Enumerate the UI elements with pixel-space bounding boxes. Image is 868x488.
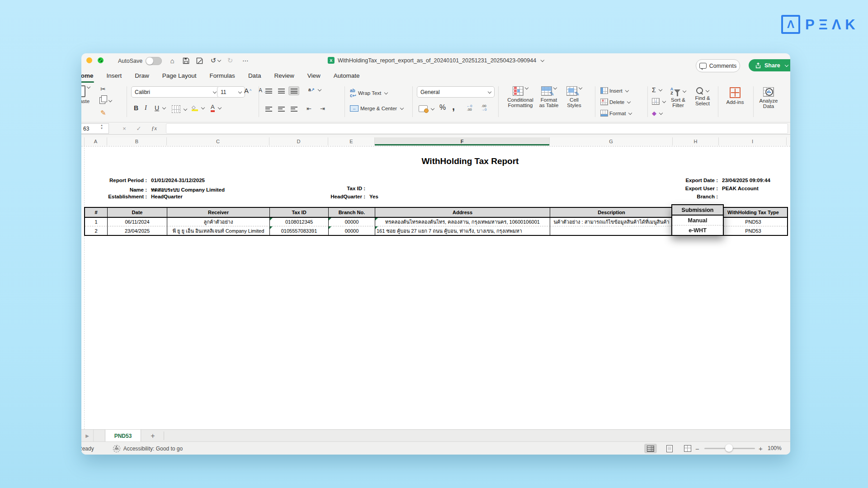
decrease-decimal-button[interactable]: .00→0 xyxy=(481,104,486,112)
insert-cells-button[interactable]: Insert xyxy=(600,87,628,94)
redo-icon[interactable]: ↻ xyxy=(225,56,235,65)
submission-option-manual[interactable]: Manual xyxy=(672,216,723,225)
cell-num[interactable]: 1 xyxy=(85,218,108,226)
fill-color-button[interactable]: ◇ xyxy=(192,104,204,111)
tab-automate[interactable]: Automate xyxy=(333,71,360,83)
cut-button[interactable]: ✂ xyxy=(100,85,106,93)
align-left-button[interactable] xyxy=(263,104,274,113)
cell-address[interactable]: ทรคลองต้นไทรคลองต้นไทร, คลองสาน, กรุงเทพ… xyxy=(375,218,550,226)
cell-date[interactable]: 06/11/2024 xyxy=(108,218,167,226)
increase-indent-button[interactable]: ⇥ xyxy=(320,105,325,112)
zoom-out-button[interactable]: − xyxy=(695,445,699,453)
submission-dropdown[interactable]: Submission Manual e-WHT xyxy=(671,204,724,236)
cell-branch-no[interactable]: 00000 xyxy=(329,218,375,226)
tab-draw[interactable]: Draw xyxy=(134,71,150,83)
analyze-data-button[interactable]: AnalyzeData xyxy=(757,87,780,109)
page-break-view-button[interactable] xyxy=(681,444,694,453)
share-button[interactable]: Share xyxy=(749,59,790,71)
cancel-entry-button[interactable]: × xyxy=(119,124,129,133)
format-painter-button[interactable]: ✎ xyxy=(100,109,106,117)
autosum-button[interactable]: Σ xyxy=(652,86,662,94)
find-select-button[interactable]: Find &Select xyxy=(692,87,713,106)
column-header-g[interactable]: G xyxy=(550,137,673,145)
align-middle-button[interactable] xyxy=(276,86,287,95)
enter-entry-button[interactable]: ✓ xyxy=(134,124,144,133)
cell-date[interactable]: 23/04/2025 xyxy=(108,226,167,235)
cell-receiver[interactable]: ลูกค้าตัวอย่าง xyxy=(167,218,270,226)
undo-chevron-icon[interactable] xyxy=(217,58,221,62)
zoom-slider-thumb[interactable] xyxy=(725,444,733,452)
merge-center-button[interactable]: ↔ Merge & Center xyxy=(350,105,403,112)
tab-page-layout[interactable]: Page Layout xyxy=(162,71,197,83)
decrease-indent-button[interactable]: ⇤ xyxy=(307,105,311,112)
name-box[interactable]: 63 xyxy=(81,123,109,134)
tab-review[interactable]: Review xyxy=(274,71,294,83)
accounting-format-button[interactable] xyxy=(419,105,434,112)
sort-filter-button[interactable]: AZ Sort &Filter xyxy=(667,87,689,108)
save-as-icon[interactable] xyxy=(194,56,204,65)
fill-button[interactable]: ↓ xyxy=(652,98,665,105)
column-header-h[interactable]: H xyxy=(673,137,719,145)
column-header-d[interactable]: D xyxy=(269,137,328,145)
autosave-toggle[interactable] xyxy=(146,57,162,65)
tab-home[interactable]: Home xyxy=(81,71,94,83)
submission-option-ewht[interactable]: e-WHT xyxy=(672,225,723,235)
underline-button[interactable]: U xyxy=(155,104,165,112)
clear-button[interactable]: ◆ xyxy=(652,110,662,117)
zoom-in-button[interactable]: + xyxy=(759,445,763,452)
tab-view[interactable]: View xyxy=(307,71,321,83)
comma-style-button[interactable]: , xyxy=(452,101,455,113)
copy-button[interactable] xyxy=(99,97,112,104)
home-icon[interactable]: ⌂ xyxy=(167,56,177,65)
bold-button[interactable]: B xyxy=(134,104,138,112)
number-format-select[interactable]: General xyxy=(417,86,495,98)
delete-cells-button[interactable]: Delete xyxy=(600,99,630,105)
cell-wht-type[interactable]: PND53 xyxy=(719,218,787,226)
align-top-button[interactable] xyxy=(263,86,274,95)
font-name-select[interactable]: Calibri xyxy=(131,86,220,98)
paste-button[interactable]: Paste xyxy=(81,85,90,104)
name-box-spinner[interactable]: ▲▼ xyxy=(100,124,103,130)
cell-styles-button[interactable]: CellStyles xyxy=(563,86,585,108)
formula-input[interactable] xyxy=(166,123,788,134)
cell-wht-type[interactable]: PND53 xyxy=(719,226,787,235)
font-size-select[interactable]: 11 xyxy=(217,86,245,98)
undo-icon[interactable]: ↺ xyxy=(209,56,222,65)
more-commands-icon[interactable]: ⋯ xyxy=(241,56,250,65)
conditional-formatting-button[interactable]: ConditionalFormatting xyxy=(505,86,535,108)
align-right-button[interactable] xyxy=(288,104,299,113)
cell-num[interactable]: 2 xyxy=(85,226,108,235)
column-header-b[interactable]: B xyxy=(107,137,167,145)
add-sheet-button[interactable]: + xyxy=(146,430,159,442)
zoom-window-button[interactable] xyxy=(98,57,104,63)
cell-branch-no[interactable]: 00000 xyxy=(329,226,375,235)
grow-font-button[interactable]: A^ xyxy=(244,87,251,94)
cell-description[interactable]: นค้าตัวอย่าง : สามารถแก้ไขข้อมูลสินค้าได… xyxy=(550,218,673,226)
sheet-nav-arrow[interactable]: ▶ xyxy=(81,430,94,442)
column-header-e[interactable]: E xyxy=(328,137,375,145)
sheet-area[interactable]: WithHolding Tax Report Report Period : 0… xyxy=(81,145,790,429)
cell-tax-id[interactable]: 0105557083391 xyxy=(270,226,329,235)
tab-data[interactable]: Data xyxy=(248,71,262,83)
tab-insert[interactable]: Insert xyxy=(106,71,123,83)
format-as-table-button[interactable]: Formatas Table xyxy=(536,86,561,108)
comments-button[interactable]: Comments xyxy=(696,59,740,72)
align-bottom-button[interactable] xyxy=(288,86,299,95)
italic-button[interactable]: I xyxy=(145,104,147,112)
align-center-button[interactable] xyxy=(276,104,287,113)
column-header-i[interactable]: I xyxy=(719,137,787,145)
format-cells-button[interactable]: Format xyxy=(600,110,632,117)
increase-decimal-button[interactable]: ←0.00 xyxy=(467,104,472,112)
cell-description[interactable] xyxy=(550,226,673,235)
normal-view-button[interactable] xyxy=(644,444,657,453)
add-ins-button[interactable]: Add-ins xyxy=(723,87,747,105)
tab-formulas[interactable]: Formulas xyxy=(209,71,236,83)
cell-address[interactable]: 161 ซอย คู้บอน 27 แยก 7 ถนน คู้บอน, ท่าแ… xyxy=(375,226,550,235)
borders-button[interactable] xyxy=(172,105,187,113)
percent-style-button[interactable]: % xyxy=(439,103,446,112)
minimize-window-button[interactable] xyxy=(86,57,92,63)
accessibility-status[interactable]: Accessibility: Good to go xyxy=(113,445,183,452)
column-header-c[interactable]: C xyxy=(167,137,269,145)
title-chevron-icon[interactable] xyxy=(541,58,544,61)
sheet-tab-pnd53[interactable]: PND53 xyxy=(105,430,141,442)
